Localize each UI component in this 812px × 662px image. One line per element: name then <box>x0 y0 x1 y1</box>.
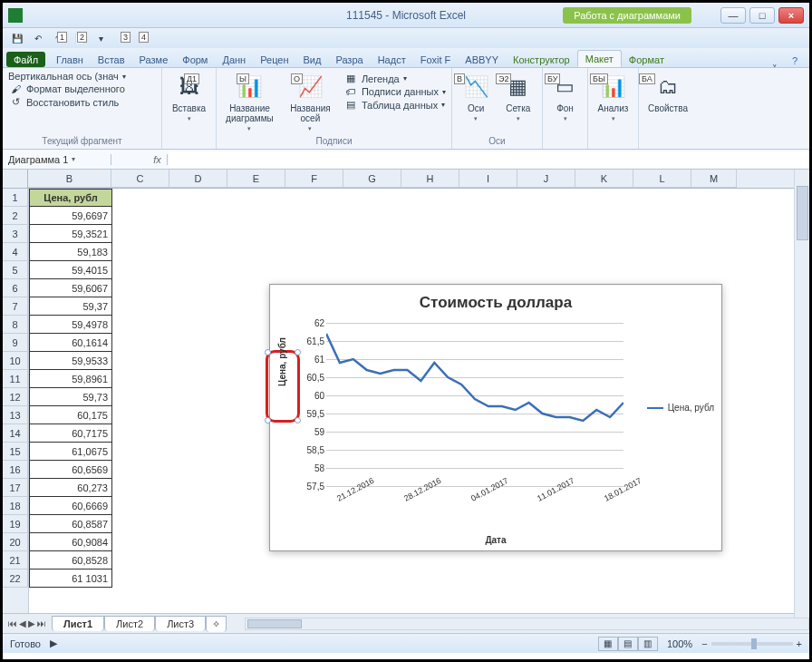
cell-header[interactable]: Цена, рубл <box>29 189 112 207</box>
column-header[interactable]: J <box>517 170 575 188</box>
sheet-tab[interactable]: Лист2 <box>104 616 155 631</box>
analysis-button[interactable]: 📊Анализ▾ <box>594 71 633 122</box>
cell[interactable]: 60,273 <box>29 479 112 497</box>
reset-style[interactable]: ↺Восстановить стиль <box>8 96 126 108</box>
column-header[interactable]: F <box>285 170 343 188</box>
vertical-scrollbar[interactable] <box>794 170 809 618</box>
row-header[interactable]: 3 <box>3 225 28 243</box>
background-button[interactable]: ▭Фон▾ <box>548 71 582 122</box>
name-box[interactable]: Диаграмма 1▾ <box>3 154 111 165</box>
column-header[interactable]: L <box>633 170 691 188</box>
sheet-nav-prev[interactable]: ◀ <box>19 618 26 628</box>
cell[interactable]: 60,175 <box>29 406 112 424</box>
cell[interactable]: 59,3521 <box>29 225 112 243</box>
redo-icon[interactable]: ↷ <box>50 30 68 46</box>
fx-icon[interactable]: fx <box>148 154 168 165</box>
y-axis-label[interactable]: Цена, рубл <box>277 337 287 386</box>
column-header[interactable]: G <box>343 170 401 188</box>
macro-record-icon[interactable]: ▶ <box>50 638 57 649</box>
tab-pagelayout[interactable]: Разме <box>132 52 176 67</box>
column-header[interactable]: B <box>28 170 111 188</box>
tab-formulas[interactable]: Форм <box>175 52 215 67</box>
tab-file[interactable]: Файл <box>6 52 45 67</box>
row-header[interactable]: 16 <box>3 461 28 479</box>
row-header[interactable]: 19 <box>3 515 28 533</box>
tab-home[interactable]: Главн <box>49 52 91 67</box>
cell[interactable]: 60,6669 <box>29 497 112 515</box>
legend-button[interactable]: ▦Легенда ▾ <box>343 73 446 84</box>
cell[interactable]: 59,73 <box>29 388 112 406</box>
minimize-button[interactable]: — <box>720 7 746 24</box>
select-all-corner[interactable] <box>3 170 28 188</box>
column-header[interactable]: H <box>401 170 459 188</box>
sheet-nav-first[interactable]: ⏮ <box>8 618 17 628</box>
tab-developer[interactable]: Разра <box>328 52 370 67</box>
row-header[interactable]: 4 <box>3 243 28 261</box>
view-pagebreak[interactable]: ▥ <box>638 637 658 651</box>
tab-format[interactable]: Формат <box>622 52 672 67</box>
cell[interactable]: 60,1614 <box>29 334 112 352</box>
minimize-ribbon-icon[interactable]: ˬ <box>768 55 782 67</box>
cell[interactable]: 59,6697 <box>29 207 112 225</box>
tab-data[interactable]: Данн <box>215 52 253 67</box>
format-selection[interactable]: 🖌Формат выделенного <box>8 83 126 94</box>
row-header[interactable]: 2 <box>3 207 28 225</box>
row-header[interactable]: 13 <box>3 406 28 424</box>
selection-dropdown[interactable]: Вертикальная ось (знач ▾ <box>8 71 126 82</box>
sheet-tab[interactable]: Лист3 <box>155 616 206 631</box>
row-header[interactable]: 8 <box>3 316 28 334</box>
cell[interactable]: 61 1031 <box>29 570 112 588</box>
cells[interactable]: Стоимость доллара Цена, рубл Дата Цена, … <box>29 189 809 613</box>
cell[interactable]: 60,8587 <box>29 515 112 533</box>
row-header[interactable]: 20 <box>3 533 28 551</box>
embedded-chart[interactable]: Стоимость доллара Цена, рубл Дата Цена, … <box>269 284 722 551</box>
zoom-level[interactable]: 100% <box>667 638 692 649</box>
chart-legend[interactable]: Цена, рубл <box>647 403 714 413</box>
row-header[interactable]: 1 <box>3 189 28 207</box>
cell[interactable]: 59,4015 <box>29 261 112 279</box>
view-normal[interactable]: ▦ <box>598 637 618 651</box>
view-pagelayout[interactable]: ▤ <box>618 637 638 651</box>
column-header[interactable]: K <box>575 170 633 188</box>
formula-input[interactable] <box>169 151 807 168</box>
undo-icon[interactable]: ↶ <box>29 30 47 46</box>
row-header[interactable]: 21 <box>3 551 28 570</box>
row-header[interactable]: 18 <box>3 497 28 515</box>
cell[interactable]: 60,9084 <box>29 533 112 551</box>
insert-button[interactable]: 🖼 Вставка▾ <box>168 71 210 122</box>
gridlines-button[interactable]: ▦Сетка▾ <box>500 71 537 122</box>
cell[interactable]: 60,6569 <box>29 461 112 479</box>
chart-title-button[interactable]: 📊 Название диаграммы▾ <box>222 71 277 132</box>
grid[interactable]: 12345678910111213141516171819202122 Стои… <box>3 189 809 613</box>
axes-button[interactable]: 📉Оси▾ <box>458 71 495 122</box>
close-button[interactable]: × <box>778 7 804 24</box>
zoom-slider[interactable] <box>711 642 793 646</box>
tab-review[interactable]: Рецен <box>253 52 295 67</box>
column-header[interactable]: D <box>169 170 227 188</box>
sheet-nav-next[interactable]: ▶ <box>28 618 35 628</box>
tab-addins[interactable]: Надст <box>371 52 413 67</box>
horizontal-scrollbar[interactable] <box>245 618 809 630</box>
data-labels-button[interactable]: 🏷Подписи данных ▾ <box>343 86 446 97</box>
cell[interactable]: 60,8528 <box>29 551 112 570</box>
cell[interactable]: 61,0675 <box>29 443 112 461</box>
x-axis-label[interactable]: Дата <box>270 535 721 545</box>
row-header[interactable]: 5 <box>3 261 28 279</box>
row-header[interactable]: 9 <box>3 334 28 352</box>
column-header[interactable]: M <box>691 170 737 188</box>
row-header[interactable]: 14 <box>3 424 28 443</box>
tab-layout[interactable]: Макет <box>577 50 622 67</box>
cell[interactable]: 59,183 <box>29 243 112 261</box>
cell[interactable]: 59,9533 <box>29 352 112 370</box>
tab-view[interactable]: Вид <box>296 52 329 67</box>
cell[interactable]: 60,7175 <box>29 424 112 443</box>
row-header[interactable]: 12 <box>3 388 28 406</box>
cell[interactable]: 59,6067 <box>29 279 112 297</box>
row-header[interactable]: 11 <box>3 370 28 388</box>
tab-design[interactable]: Конструктор <box>506 52 577 67</box>
help-icon[interactable]: ? <box>788 55 802 67</box>
tab-insert[interactable]: Встав <box>91 52 132 67</box>
row-header[interactable]: 7 <box>3 297 28 316</box>
row-header[interactable]: 15 <box>3 443 28 461</box>
new-sheet-button[interactable]: ✧ <box>206 616 227 632</box>
